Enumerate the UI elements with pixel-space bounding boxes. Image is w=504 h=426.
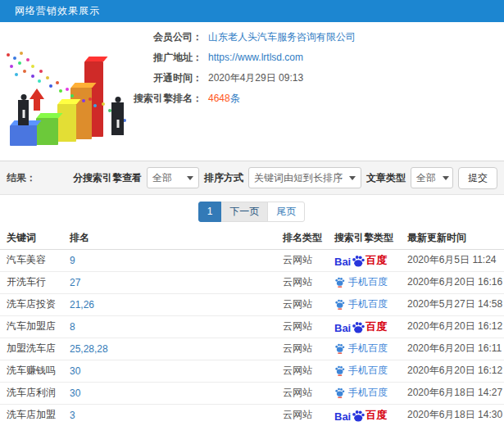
rank-cell: 27 [63,271,276,293]
baidu-logo: Bai 百度 [334,408,387,423]
time-cell: 2020年6月20日 16:12 [401,360,504,382]
engine-cell: Bai 百度 手机百度 [328,315,401,338]
mobile-baidu-paw-icon [334,365,345,376]
mobile-baidu-paw-icon [334,387,345,398]
sort-filter-label: 排序方式 [204,171,243,185]
top-bar: 网络营销效果展示 [0,0,504,22]
time-cell: 2020年6月20日 16:16 [401,271,504,293]
rank-link[interactable]: 25,28,28 [70,343,108,355]
keyword-cell: 洗车店投资 [0,293,63,315]
col-header-keyword: 关键词 [0,228,63,249]
baidu-paw-icon [352,410,365,422]
time-cell: 2020年6月20日 16:12 [401,315,504,338]
rank-link[interactable]: 30 [70,365,80,377]
col-header-rank: 排名 [63,228,276,249]
rank-link[interactable]: 27 [70,277,80,288]
col-header-update-time: 最新更新时间 [401,228,504,249]
page-button-current[interactable]: 1 [198,202,222,222]
rank-type-cell: 云网站 [276,249,328,271]
keyword-cell: 汽车美容 [0,249,63,271]
rank-type-cell: 云网站 [276,271,328,293]
rank-count: 4648 [208,93,230,104]
rank-type-cell: 云网站 [276,315,328,338]
mobile-baidu-paw-icon [334,343,345,354]
rank-type-cell: 云网站 [276,382,328,404]
engine-filter-label: 分搜索引擎查看 [73,171,142,185]
rank-type-cell: 云网站 [276,293,328,315]
article-type-label: 文章类型 [366,171,406,185]
time-cell: 2020年5月27日 14:58 [401,293,504,315]
company-label: 会员公司： [0,30,202,44]
time-cell: 2020年6月20日 16:11 [401,338,504,360]
rank-link[interactable]: 21,26 [70,299,94,310]
baidu-logo: Bai 百度 [334,253,387,268]
page-button-next[interactable]: 下一页 [220,202,268,222]
ranking-table: 关键词 排名 排名类型 搜索引擎类型 最新更新时间 汽车美容 9 云网站 Bai… [0,228,504,426]
chevron-down-icon [187,176,193,180]
engine-cell: Bai 百度 手机百度 [328,271,401,293]
hero-section: 会员公司： 山东老人头汽车服务咨询有限公司 推广地址： https://www.… [0,22,504,161]
pagination: 1 下一页 尾页 [0,195,504,228]
page-button-last[interactable]: 尾页 [267,202,305,222]
engine-cell: Bai 百度 手机百度 [328,249,401,271]
rank-cell: 3 [63,404,276,426]
keyword-cell: 开洗车行 [0,271,63,293]
rank-link[interactable]: 9 [70,255,75,266]
mobile-baidu-logo: 手机百度 [334,386,388,400]
article-type-value: 全部 [416,171,436,185]
result-label: 结果： [7,171,36,185]
engine-cell: Bai 百度 手机百度 [328,382,401,404]
mobile-baidu-logo: 手机百度 [334,364,388,378]
engine-filter-select[interactable]: 全部 [147,167,199,188]
table-body: 汽车美容 9 云网站 Bai 百度 手机百度 [0,249,504,426]
submit-button[interactable]: 提交 [458,167,497,189]
sort-filter-select[interactable]: 关键词由短到长排序 [248,167,361,188]
keyword-cell: 汽车加盟店 [0,315,63,338]
businessman-figure-left [18,100,29,125]
table-row: 洗车店投资 21,26 云网站 Bai 百度 手机百度 [0,293,504,315]
info-row-company: 会员公司： 山东老人头汽车服务咨询有限公司 [0,29,492,44]
table-row: 汽车美容 9 云网站 Bai 百度 手机百度 [0,249,504,271]
rank-link[interactable]: 8 [70,321,75,333]
time-cell: 2020年6月18日 14:30 [401,404,504,426]
rank-cell: 25,28,28 [63,338,276,360]
engine-filter-value: 全部 [152,171,172,185]
table-row: 加盟洗车店 25,28,28 云网站 Bai 百度 手机百 [0,338,504,360]
table-row: 洗车店加盟 3 云网站 Bai 百度 手机百度 [0,404,504,426]
keyword-cell: 洗车店加盟 [0,404,63,426]
mobile-baidu-paw-icon [334,277,345,288]
col-header-rank-type: 排名类型 [276,228,328,249]
rank-cell: 30 [63,382,276,404]
rank-link[interactable]: 3 [70,410,75,421]
table-row: 汽车加盟店 8 云网站 Bai 百度 手机百度 [0,315,504,338]
mobile-baidu-paw-icon [334,299,345,310]
open-time-value: 2020年4月29日 09:13 [208,71,303,85]
engine-cell: Bai 百度 手机百度 [328,360,401,382]
baidu-paw-icon [352,321,365,333]
page-title: 网络营销效果展示 [0,4,100,18]
sort-filter-value: 关键词由短到长排序 [254,171,343,185]
table-header-row: 关键词 排名 排名类型 搜索引擎类型 最新更新时间 [0,228,504,249]
filter-controls: 分搜索引擎查看 全部 排序方式 关键词由短到长排序 文章类型 全部 提交 [73,167,497,189]
engine-rank-value: 4648条 [208,92,240,106]
engine-cell: Bai 百度 手机百度 [328,404,401,426]
rank-link[interactable]: 30 [70,387,80,399]
baidu-logo: Bai 百度 [334,320,387,334]
businessman-figure-right [111,102,124,135]
mobile-baidu-logo: 手机百度 [334,342,388,356]
mobile-baidu-logo: 手机百度 [334,297,388,311]
illustration-bar-yellow [57,104,76,142]
illustration-bar-blue [10,125,37,146]
col-header-engine-type: 搜索引擎类型 [328,228,401,249]
table-row: 洗车赚钱吗 30 云网站 Bai 百度 手机百度 [0,360,504,382]
article-type-select[interactable]: 全部 [411,167,453,188]
mobile-baidu-logo: 手机百度 [334,275,388,289]
company-name-link[interactable]: 山东老人头汽车服务咨询有限公司 [208,30,356,44]
promo-url-link[interactable]: https://www.lrtlsd.com [208,52,303,63]
rank-cell: 21,26 [63,293,276,315]
time-cell: 2020年6月5日 11:24 [401,249,504,271]
engine-cell: Bai 百度 手机百度 [328,293,401,315]
table-row: 开洗车行 27 云网站 Bai 百度 手机百度 [0,271,504,293]
rank-type-cell: 云网站 [276,360,328,382]
chevron-down-icon [443,176,449,180]
